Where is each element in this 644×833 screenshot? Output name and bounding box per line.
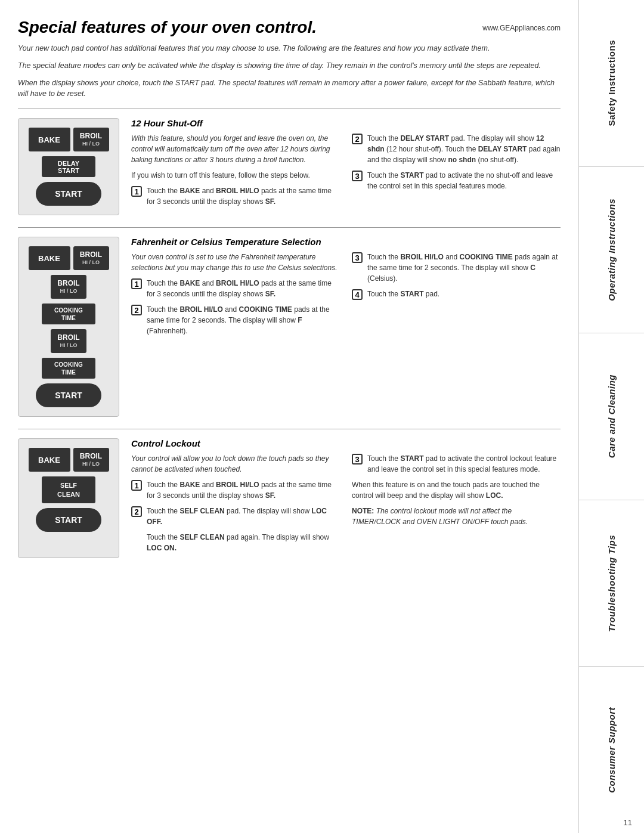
step-text-3-3: Touch the START pad to activate the cont… — [367, 453, 561, 475]
step-2-2: 2 Touch the BROIL HI/LO and COOKING TIME… — [131, 304, 340, 336]
btn-broil-5: BROIL HI / LO — [73, 448, 109, 472]
sidebar-label-troubleshooting: Troubleshooting Tips — [606, 535, 617, 632]
step-1-3: 3 Touch the START pad to activate the no… — [352, 170, 561, 191]
feature-title-2: Fahrenheit or Celsius Temperature Select… — [131, 237, 561, 247]
step-text-3-2: Touch the SELF CLEAN pad. The display wi… — [147, 506, 340, 527]
step-text-1-2: Touch the DELAY START pad. The display w… — [367, 133, 561, 165]
panel-row-2: DELAYSTART — [42, 156, 95, 177]
feature-intro-1: With this feature, should you forget and… — [131, 133, 340, 165]
step-2-3: 3 Touch the BROIL HI/LO and COOKING TIME… — [352, 252, 561, 284]
btn-broil-sub-5: HI / LO — [82, 461, 100, 467]
step-number-2-1: 1 — [131, 278, 142, 289]
btn-delay-start: DELAYSTART — [42, 156, 95, 177]
panel-hour-shutoff: BAKE BROIL HI / LO DELAYSTART START — [18, 118, 119, 215]
feature-intro-3: Your control will allow you to lock down… — [131, 453, 340, 475]
panel-row-l2: SELFCLEAN — [42, 476, 95, 503]
btn-broil-sub-1: HI / LO — [82, 141, 100, 147]
panel-lockout: BAKE BROIL HI / LO SELFCLEAN START — [18, 438, 119, 558]
btn-start-3: START — [36, 508, 101, 532]
sidebar-section-operating: Operating Instructions — [579, 167, 644, 334]
feature-col-left-2: Your oven control is set to use the Fahr… — [131, 252, 340, 341]
feature-columns-2: Your oven control is set to use the Fahr… — [131, 252, 561, 341]
step-number-3-3: 3 — [352, 454, 363, 465]
btn-cooking-time-2: COOKINGTIME — [42, 358, 95, 379]
feature-columns-3: Your control will allow you to lock down… — [131, 453, 561, 558]
btn-cooking-time-1: COOKINGTIME — [42, 304, 95, 324]
sidebar-section-safety: Safety Instructions — [579, 0, 644, 167]
step-number-1-1: 1 — [131, 186, 142, 197]
feature-fahrenheit-celsius: BAKE BROIL HI / LO BROIL HI / LO COOKING… — [18, 237, 561, 417]
step-text-1-3: Touch the START pad to activate the no s… — [367, 170, 561, 191]
step-text-1-1: Touch the BAKE and BROIL HI/LO pads at t… — [147, 185, 340, 207]
divider-1 — [18, 109, 561, 109]
step-1-2: 2 Touch the DELAY START pad. The display… — [352, 133, 561, 165]
feature-col-left-1: With this feature, should you forget and… — [131, 133, 340, 212]
panel-row-f3: COOKINGTIME — [42, 304, 95, 324]
btn-broil-2: BROIL HI / LO — [73, 246, 109, 270]
step-3-1: 1 Touch the BAKE and BROIL HI/LO pads at… — [131, 479, 340, 501]
btn-broil-sub-3: HI / LO — [60, 288, 78, 295]
step-3-extra: Touch the SELF CLEAN pad again. The disp… — [131, 532, 340, 553]
btn-broil-sub-2: HI / LO — [82, 259, 100, 266]
intro-paragraph-1: Your new touch pad control has additiona… — [18, 43, 561, 54]
sidebar-section-troubleshooting: Troubleshooting Tips — [579, 500, 644, 667]
feature-title-3: Control Lockout — [131, 438, 561, 448]
feature-title-1: 12 Hour Shut-Off — [131, 118, 561, 128]
right-sidebar: Safety Instructions Operating Instructio… — [578, 0, 644, 833]
btn-broil-3: BROIL HI / LO — [51, 275, 86, 299]
btn-start-1: START — [36, 182, 101, 206]
feature-intro-2: Your oven control is set to use the Fahr… — [131, 252, 340, 273]
btn-broil-text-4: BROIL — [57, 333, 79, 342]
btn-self-clean: SELFCLEAN — [42, 476, 95, 503]
step-1-1: 1 Touch the BAKE and BROIL HI/LO pads at… — [131, 185, 340, 207]
sidebar-section-consumer: Consumer Support — [579, 667, 644, 833]
feature-note-3-note: NOTE: The control lockout mode will not … — [352, 506, 561, 527]
btn-bake-1: BAKE — [29, 128, 70, 151]
btn-broil-4: BROIL HI / LO — [51, 329, 86, 353]
feature-col-left-3: Your control will allow you to lock down… — [131, 453, 340, 558]
intro-paragraph-2: The special feature modes can only be ac… — [18, 60, 561, 72]
step-2-1: 1 Touch the BAKE and BROIL HI/LO pads at… — [131, 278, 340, 299]
step-number-2-2: 2 — [131, 305, 142, 315]
step-text-3-extra: Touch the SELF CLEAN pad again. The disp… — [131, 532, 340, 553]
feature-hour-shutoff: BAKE BROIL HI / LO DELAYSTART START 12 H… — [18, 118, 561, 215]
panel-row-f4: BROIL HI / LO — [51, 329, 86, 353]
btn-broil-text-2: BROIL — [80, 250, 102, 259]
sidebar-section-care: Care and Cleaning — [579, 333, 644, 500]
feature-content-3: Control Lockout Your control will allow … — [131, 438, 561, 558]
feature-col-right-1: 2 Touch the DELAY START pad. The display… — [352, 133, 561, 212]
feature-col-right-2: 3 Touch the BROIL HI/LO and COOKING TIME… — [352, 252, 561, 341]
btn-broil-1: BROIL HI / LO — [73, 128, 109, 151]
panel-row-l1: BAKE BROIL HI / LO — [29, 448, 109, 472]
step-text-3-1: Touch the BAKE and BROIL HI/LO pads at t… — [147, 479, 340, 501]
divider-3 — [18, 429, 561, 429]
step-text-2-3: Touch the BROIL HI/LO and COOKING TIME p… — [367, 252, 561, 284]
panel-fahrenheit: BAKE BROIL HI / LO BROIL HI / LO COOKING… — [18, 237, 119, 417]
divider-2 — [18, 227, 561, 228]
btn-bake-3: BAKE — [29, 448, 70, 472]
panel-row-3: START — [36, 182, 101, 206]
page-title: Special features of your oven control. — [18, 18, 317, 37]
step-3-2: 2 Touch the SELF CLEAN pad. The display … — [131, 506, 340, 527]
feature-columns-1: With this feature, should you forget and… — [131, 133, 561, 212]
feature-content-1: 12 Hour Shut-Off With this feature, shou… — [131, 118, 561, 215]
step-text-2-2: Touch the BROIL HI/LO and COOKING TIME p… — [147, 304, 340, 336]
sidebar-label-consumer: Consumer Support — [606, 707, 617, 793]
btn-bake-2: BAKE — [29, 246, 70, 270]
panel-row-f2: BROIL HI / LO — [51, 275, 86, 299]
feature-control-lockout: BAKE BROIL HI / LO SELFCLEAN START Contr… — [18, 438, 561, 558]
step-text-2-4: Touch the START pad. — [367, 289, 439, 299]
sidebar-label-safety: Safety Instructions — [606, 40, 617, 126]
panel-row-1: BAKE BROIL HI / LO — [29, 128, 109, 151]
feature-col-right-3: 3 Touch the START pad to activate the co… — [352, 453, 561, 558]
step-number-3-2: 2 — [131, 506, 142, 517]
panel-row-f5: COOKINGTIME — [42, 358, 95, 379]
panel-row-l3: START — [36, 508, 101, 532]
step-2-4: 4 Touch the START pad. — [352, 289, 561, 300]
panel-row-f6: START — [36, 383, 101, 407]
btn-broil-text-5: BROIL — [80, 452, 102, 460]
step-number-2-3: 3 — [352, 252, 363, 263]
sidebar-label-operating: Operating Instructions — [606, 199, 617, 301]
btn-broil-text-1: BROIL — [80, 132, 102, 140]
sidebar-label-care: Care and Cleaning — [606, 374, 617, 458]
